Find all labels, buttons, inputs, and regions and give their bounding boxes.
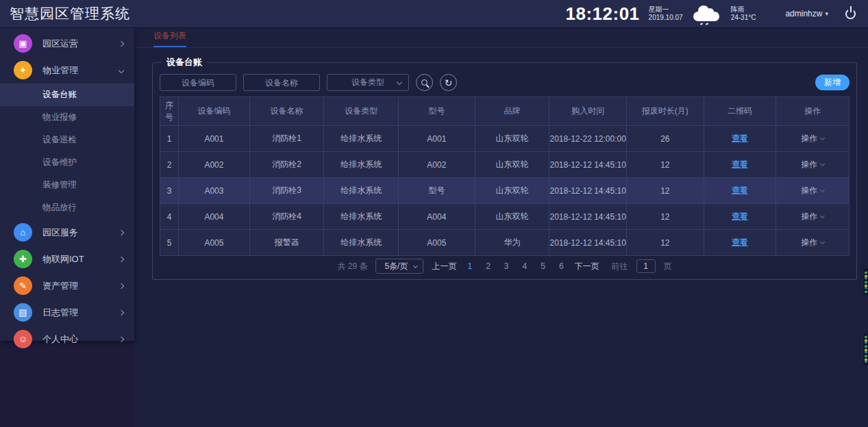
cell-model: 型号 [399,178,475,204]
cell-type: 给排水系统 [324,230,399,256]
personal-center-icon: ☺ [14,330,32,348]
cell-brand: 华为 [475,230,549,256]
goto-page-input[interactable] [636,259,656,273]
cell-brand: 山东双轮 [475,178,549,204]
asset-management-icon: ✎ [14,276,32,295]
view-qrcode-link[interactable]: 查看 [732,133,748,143]
sidebar-item-park-operation[interactable]: ▣ 园区运营 [0,30,134,57]
cell-code: A003 [179,178,250,204]
page-size-select[interactable]: 5条/页 [375,259,423,274]
row-action-dropdown[interactable]: 操作 [776,230,850,256]
col-model: 型号 [399,97,475,126]
cell-purchase-time: 2018-12-12 14:45:10 [549,178,627,204]
main-content: 设备列表 设备台账 设备类型 ↻ 新增 序号 设备编码 [134,27,868,427]
log-management-icon: ▤ [14,303,32,322]
user-dropdown[interactable]: adminhzw ▾ [785,9,828,18]
sidebar-item-iot[interactable]: ✚ 物联网IOT [0,246,134,272]
device-table: 序号 设备编码 设备名称 设备类型 型号 品牌 购入时间 报废时长(月) 二维码… [160,96,850,256]
search-button[interactable] [416,74,433,91]
cell-code: A004 [179,204,250,230]
cell-index: 3 [160,178,179,204]
table-row: 2 A002 消防栓2 给排水系统 A002 山东双轮 2018-12-12 1… [160,152,850,178]
sidebar-subitem-device-maintenance[interactable]: 设备维护 [0,151,134,174]
property-management-icon: ✦ [14,61,32,79]
sidebar-item-label: 园区服务 [42,227,78,239]
logout-power-button[interactable] [845,9,856,19]
sidebar-subitem-item-release[interactable]: 物品放行 [0,196,134,219]
cell-model: A005 [399,230,475,256]
row-action-dropdown[interactable]: 操作 [776,178,850,204]
col-index: 序号 [160,97,179,126]
chevron-down-icon [820,161,825,166]
edge-indicator-strip [864,333,868,365]
row-action-dropdown[interactable]: 操作 [776,152,850,178]
cell-name: 消防栓1 [249,126,324,152]
cell-type: 给排水系统 [324,178,399,204]
cell-type: 给排水系统 [324,126,399,152]
weather-text: 阵雨 [731,5,756,14]
cell-index: 2 [160,152,179,178]
sidebar-item-log-management[interactable]: ▤ 日志管理 [0,299,134,326]
next-page-button[interactable]: 下一页 [575,261,599,272]
page-number-1[interactable]: 1 [464,261,475,271]
prev-page-button[interactable]: 上一页 [432,261,456,272]
refresh-button[interactable]: ↻ [440,74,457,91]
device-name-input[interactable] [243,74,320,91]
sidebar-item-label: 个人中心 [42,333,78,346]
col-type: 设备类型 [324,97,399,126]
tab-device-list[interactable]: 设备列表 [153,30,186,47]
cell-index: 5 [160,230,179,256]
sidebar-item-property-management[interactable]: ✦ 物业管理 [0,57,134,83]
sidebar-item-asset-management[interactable]: ✎ 资产管理 [0,272,134,299]
username: adminhzw [785,9,822,18]
cell-scrap-duration: 26 [627,126,704,152]
cell-model: A004 [399,204,475,230]
sidebar-subitem-device-inspection[interactable]: 设备巡检 [0,129,134,151]
view-qrcode-link[interactable]: 查看 [732,237,748,247]
refresh-icon: ↻ [445,78,453,88]
sidebar-item-personal-center[interactable]: ☺ 个人中心 [0,326,134,352]
row-action-dropdown[interactable]: 操作 [776,204,850,230]
top-header: 智慧园区管理系统 18:12:01 星期一 2019.10.07 阵雨 24-3… [0,0,868,27]
goto-suffix: 页 [664,261,672,272]
topbar-right: 18:12:01 星期一 2019.10.07 阵雨 24-31°C admin… [566,3,856,25]
sidebar-subitem-decoration-management[interactable]: 装修管理 [0,174,134,196]
sidebar-item-park-service[interactable]: ⌂ 园区服务 [0,219,134,246]
col-scrap-duration: 报废时长(月) [627,97,704,126]
weather-cloud-icon [692,3,722,24]
chevron-down-icon [820,240,825,244]
table-row: 5 A005 报警器 给排水系统 A005 华为 2018-12-12 14:4… [160,230,850,256]
cell-name: 报警器 [249,230,324,256]
page-number-2[interactable]: 2 [483,261,493,271]
col-qrcode: 二维码 [704,97,776,126]
sidebar-subitem-property-repair[interactable]: 物业报修 [0,106,134,129]
cell-code: A001 [179,126,250,152]
chevron-right-icon [119,283,124,288]
cell-name: 消防栓3 [249,178,324,204]
cell-code: A005 [179,230,250,256]
sidebar-subitem-device-ledger[interactable]: 设备台账 [0,83,134,106]
chevron-right-icon [119,336,124,341]
edge-indicator-strip [864,269,868,295]
view-qrcode-link[interactable]: 查看 [732,159,748,169]
page-number-5[interactable]: 5 [538,261,548,271]
device-code-input[interactable] [160,74,236,91]
cell-brand: 山东双轮 [475,152,549,178]
cell-index: 4 [160,204,179,230]
date: 2019.10.07 [649,14,683,23]
add-button[interactable]: 新增 [815,75,850,90]
cell-scrap-duration: 12 [627,230,704,256]
view-qrcode-link[interactable]: 查看 [732,211,748,221]
cell-purchase-time: 2018-12-12 14:45:10 [549,230,627,256]
row-action-dropdown[interactable]: 操作 [776,126,850,152]
chevron-down-icon [820,135,825,140]
page-number-4[interactable]: 4 [520,261,530,271]
page-number-3[interactable]: 3 [501,261,512,271]
pagination-total: 共 29 条 [337,261,367,272]
device-type-select[interactable]: 设备类型 [327,74,409,91]
view-qrcode-link[interactable]: 查看 [732,185,748,195]
cell-brand: 山东双轮 [475,204,549,230]
cell-type: 给排水系统 [324,204,399,230]
page-number-6[interactable]: 6 [556,261,567,271]
chevron-right-icon [119,229,124,235]
